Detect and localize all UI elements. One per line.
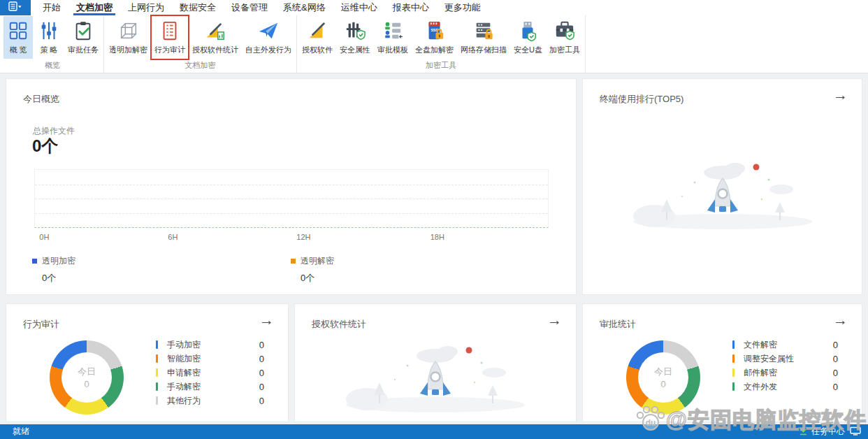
time-chart xyxy=(34,169,549,228)
donut-legend: 手动加密0智能加密0申请解密0手动解密0其他行为0 xyxy=(156,338,264,408)
ribbon-item-approval-tasks[interactable]: 审批任务 xyxy=(65,16,101,59)
ribbon-item-full-disk-crypt[interactable]: SSD全盘加解密 xyxy=(412,16,456,59)
tab-start[interactable]: 开始 xyxy=(35,0,68,15)
task-center-label: 任务中心 xyxy=(811,426,845,438)
legend-label: 手动加密 xyxy=(167,339,259,351)
tab-web-behavior[interactable]: 上网行为 xyxy=(120,0,172,15)
tab-label: 运维中心 xyxy=(341,1,377,14)
empty-state-illustration xyxy=(618,147,827,234)
legend-row: 智能加密0 xyxy=(156,352,264,366)
arrow-icon[interactable]: → xyxy=(547,312,562,327)
x-tick: 0H xyxy=(39,233,49,241)
card-title: 行为审计 xyxy=(23,318,59,331)
download-arrow-icon xyxy=(799,426,808,438)
donut-legend: 文件解密0调整安全属性0邮件解密0文件外发0 xyxy=(732,338,838,394)
donut-chart: 今日 0 xyxy=(50,340,124,415)
legend-marker xyxy=(156,368,158,377)
today-legend-item: 透明加密0个 xyxy=(32,254,75,285)
sliders-icon xyxy=(37,19,61,43)
legend-marker xyxy=(291,259,296,264)
ribbon-item-self-outgoing[interactable]: 自主外发行为 xyxy=(243,16,294,59)
legend-value: 0 xyxy=(833,382,838,392)
menubar-tabs: 开始文档加密上网行为数据安全设备管理系统&网络运维中心报表中心更多功能 xyxy=(35,0,489,15)
donut-chart: 今日 0 xyxy=(626,340,700,415)
toolbox-shield-icon xyxy=(553,19,577,43)
legend-row: 申请解密0 xyxy=(156,366,264,380)
donut-center-value: 0 xyxy=(660,379,665,389)
donut-center: 今日 0 xyxy=(50,340,124,415)
legend-value: 0 xyxy=(259,396,264,406)
ribbon-item-secure-usb[interactable]: 安全U盘 xyxy=(511,16,545,59)
arrow-icon[interactable]: → xyxy=(259,312,274,327)
ribbon-item-crypt-tools[interactable]: 加密工具 xyxy=(547,16,583,59)
ribbon-group-label: 概览 xyxy=(3,59,102,73)
ribbon-item-label: 授权软件 xyxy=(302,45,333,55)
clipboard-check-icon xyxy=(71,19,95,43)
legend-value: 0 xyxy=(259,340,264,350)
legend-marker xyxy=(732,382,735,391)
ribbon-item-label: 安全U盘 xyxy=(514,45,542,55)
ribbon-item-behavior-audit[interactable]: 行为审计 xyxy=(152,16,188,59)
legend-label: 其他行为 xyxy=(167,395,259,407)
legend-value: 0个 xyxy=(42,272,75,285)
tab-system-network[interactable]: 系统&网络 xyxy=(275,0,333,15)
legend-label: 申请解密 xyxy=(167,367,259,379)
ribbon-group: 授权软件安全属性审批模板SSD全盘加解密网络存储扫描安全U盘加密工具加密工具 xyxy=(297,15,586,73)
legend-label: 调整安全属性 xyxy=(744,353,833,365)
donut-center-label: 今日 xyxy=(78,366,96,378)
legend-marker xyxy=(732,368,735,377)
ribbon-item-overview[interactable]: 概 览 xyxy=(3,16,33,59)
ribbon-item-network-storage-scan[interactable]: 网络存储扫描 xyxy=(458,16,509,59)
tab-data-security[interactable]: 数据安全 xyxy=(172,0,224,15)
task-center-button[interactable]: 任务中心 xyxy=(799,426,845,438)
legend-marker xyxy=(156,396,158,405)
card-behavior-audit: 行为审计 → 今日 0 手动加密0智能加密0申请解密0手动解密0其他行为0 xyxy=(6,303,289,422)
ribbon-item-label: 网络存储扫描 xyxy=(461,45,507,55)
arrow-icon[interactable]: → xyxy=(833,312,848,327)
ribbon-item-transparent-crypt[interactable]: 透明加解密 xyxy=(106,16,150,59)
status-ready: 就绪 xyxy=(13,426,29,438)
tab-ops-center[interactable]: 运维中心 xyxy=(333,0,385,15)
tab-doc-encrypt[interactable]: 文档加密 xyxy=(68,0,120,15)
x-tick: 18H xyxy=(431,233,444,241)
card-title: 审批统计 xyxy=(600,318,636,331)
paper-plane-icon xyxy=(256,19,280,43)
ribbon-group: 概 览策 略审批任务概览 xyxy=(1,15,104,73)
ribbon-item-policy[interactable]: 策 略 xyxy=(34,16,64,59)
ribbon-group-label: 加密工具 xyxy=(298,59,584,73)
legend-marker xyxy=(32,259,37,264)
legend-row: 其他行为0 xyxy=(156,394,264,408)
ribbon-item-security-attrs[interactable]: 安全属性 xyxy=(337,16,373,59)
tab-device-mgmt[interactable]: 设备管理 xyxy=(224,0,275,15)
ribbon-group: 透明加解密行为审计授权软件统计自主外发行为文档加密 xyxy=(104,15,297,73)
legend-row: 调整安全属性0 xyxy=(732,352,838,366)
legend-label: 邮件解密 xyxy=(744,367,833,379)
ssd-lock-icon: SSD xyxy=(423,19,447,43)
tab-report-center[interactable]: 报表中心 xyxy=(385,0,437,15)
fence-shield-icon xyxy=(343,19,367,43)
legend-marker xyxy=(156,382,158,391)
legend-label: 透明解密 xyxy=(301,256,334,266)
ribbon-group-label: 文档加密 xyxy=(106,59,295,73)
monitor-icon[interactable] xyxy=(850,426,861,438)
arrow-icon[interactable]: → xyxy=(833,87,848,102)
legend-value: 0 xyxy=(259,368,264,378)
tab-more-features[interactable]: 更多功能 xyxy=(437,0,489,15)
legend-value: 0 xyxy=(259,382,264,392)
donut-center-label: 今日 xyxy=(654,366,672,378)
card-software-stats: 授权软件统计 → xyxy=(294,303,577,422)
template-icon xyxy=(381,19,405,43)
card-title: 终端使用排行(TOP5) xyxy=(600,93,683,106)
ribbon-item-label: 概 览 xyxy=(9,45,27,55)
ribbon: 概 览策 略审批任务概览透明加解密行为审计授权软件统计自主外发行为文档加密授权软… xyxy=(0,15,868,73)
ribbon-item-authorized-software[interactable]: 授权软件 xyxy=(299,16,335,59)
tab-label: 设备管理 xyxy=(231,1,268,14)
tab-label: 报表中心 xyxy=(393,1,429,14)
app-menu-button[interactable] xyxy=(0,0,31,15)
gridline xyxy=(35,213,548,214)
ribbon-item-authorized-software-stats[interactable]: 授权软件统计 xyxy=(189,16,241,59)
ribbon-item-approval-template[interactable]: 审批模板 xyxy=(375,16,411,59)
legend-row: 文件外发0 xyxy=(732,380,838,394)
legend-row: 手动解密0 xyxy=(156,380,264,394)
donut-center: 今日 0 xyxy=(626,340,700,415)
